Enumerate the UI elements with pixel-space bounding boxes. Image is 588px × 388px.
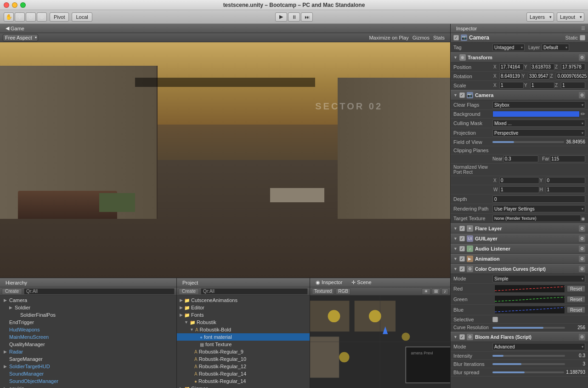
step-button[interactable]: ⏭: [301, 12, 313, 22]
depth-input[interactable]: 0: [492, 195, 585, 203]
move-tool-btn[interactable]: ✛: [15, 12, 25, 22]
transform-gear-btn[interactable]: ⚙: [579, 54, 585, 61]
bloom-intensity-slider[interactable]: [492, 355, 565, 357]
far-input[interactable]: 115: [550, 155, 585, 162]
layers-dropdown[interactable]: Layers: [526, 12, 554, 22]
vp-y-input[interactable]: 0: [546, 177, 586, 184]
culling-mask-dropdown[interactable]: Mixed ...: [492, 120, 585, 127]
bloom-mode-dropdown[interactable]: Advanced: [492, 343, 585, 350]
hierarchy-create-btn[interactable]: Create: [2, 288, 22, 295]
pause-button[interactable]: ⏸: [288, 12, 300, 22]
project-tab[interactable]: Project: [180, 280, 201, 285]
curve-res-slider[interactable]: [492, 327, 565, 329]
camera-section[interactable]: ▼ ✓ 📷 Camera ⚙: [451, 90, 588, 100]
toggle-btn[interactable]: ⊞: [432, 288, 440, 295]
hand-tool-btn[interactable]: ✋: [4, 12, 14, 22]
rotate-tool-btn[interactable]: ↺: [26, 12, 36, 22]
gizmos-btn[interactable]: Gizmos: [413, 35, 430, 40]
list-item[interactable]: ▶ EndTrigger: [0, 319, 176, 326]
near-input[interactable]: 0.3: [503, 155, 539, 162]
pos-z-input[interactable]: 17.97578: [561, 63, 585, 70]
selective-checkbox[interactable]: [492, 317, 498, 322]
vp-x-input[interactable]: 0: [499, 177, 539, 184]
scale-tool-btn[interactable]: ⊕: [37, 12, 47, 22]
list-item[interactable]: ▶ QualityManager: [0, 341, 176, 348]
list-item[interactable]: ▶ SoundObjectManager: [0, 377, 176, 385]
camera-gear-btn[interactable]: ⚙: [579, 92, 585, 98]
inspector-tab[interactable]: Inspector: [453, 26, 480, 31]
list-item[interactable]: ▶ Camera: [0, 297, 176, 304]
green-curve-graph[interactable]: [494, 295, 565, 303]
blue-curve-graph[interactable]: [494, 306, 565, 314]
animation-gear-btn[interactable]: ⚙: [579, 256, 585, 262]
transform-section[interactable]: ▼ ⊕ Transform ⚙: [451, 52, 588, 63]
list-item[interactable]: ▶ ▦ font Texture: [177, 341, 310, 348]
rendering-path-dropdown[interactable]: Use Player Settings: [492, 205, 585, 212]
list-item[interactable]: ▶ 📁 Editor: [177, 304, 310, 311]
rot-z-input[interactable]: 0.0009765625: [556, 73, 588, 80]
list-item[interactable]: ▶ ● font material: [177, 333, 310, 341]
list-item[interactable]: ▼ A Robustik-Bold: [177, 326, 310, 333]
camera-enable-checkbox[interactable]: ✓: [459, 92, 465, 98]
local-btn[interactable]: Local: [72, 12, 92, 22]
red-curve-graph[interactable]: [494, 285, 565, 293]
layer-dropdown[interactable]: Default: [542, 44, 569, 51]
audio-listener-section[interactable]: ▼ ✓ ♪ Audio Listener ⚙: [451, 244, 588, 254]
list-item[interactable]: ▶ 📁 Gizmos: [177, 385, 310, 388]
scale-x-input[interactable]: 1: [499, 82, 524, 89]
list-item[interactable]: ▼ 📁 Robustik: [177, 319, 310, 326]
sound-btn[interactable]: ♪: [441, 288, 448, 295]
inspector-options-btn[interactable]: ☰: [581, 26, 585, 31]
aspect-dropdown[interactable]: Free Aspect: [3, 34, 38, 41]
project-search[interactable]: Qr:All: [201, 288, 308, 295]
sun-btn[interactable]: ☀: [422, 288, 430, 295]
animation-section[interactable]: ▼ ✓ ▶ Animation ⚙: [451, 254, 588, 264]
list-item[interactable]: ▶ SoundManager: [0, 370, 176, 377]
red-reset-btn[interactable]: Reset: [567, 285, 585, 292]
list-item[interactable]: ▶ SargeManager: [0, 355, 176, 363]
green-reset-btn[interactable]: Reset: [567, 296, 585, 302]
list-item[interactable]: ▶ ● Robustik-Regular_14: [177, 377, 310, 385]
scene-mini-tab[interactable]: ✛ Scene: [349, 280, 374, 285]
list-item[interactable]: ▶ A Robustik-Regular_10: [177, 355, 310, 363]
static-checkbox[interactable]: [580, 35, 585, 40]
bloom-enable-checkbox[interactable]: ✓: [459, 334, 465, 340]
vp-w-input[interactable]: 1: [499, 186, 539, 193]
minimize-button[interactable]: [12, 2, 17, 8]
projection-dropdown[interactable]: Perspective: [492, 129, 585, 137]
list-item[interactable]: ▶ aquiris: [0, 385, 176, 388]
bloom-section[interactable]: ▼ ✓ ⚙ Bloom And Flares (Script) ⚙: [451, 332, 588, 342]
rot-y-input[interactable]: 330.9547: [528, 73, 550, 80]
anim-enable-checkbox[interactable]: ✓: [459, 256, 465, 262]
audio-gear-btn[interactable]: ⚙: [579, 245, 585, 252]
gui-enable-checkbox[interactable]: ✓: [459, 236, 465, 241]
rot-x-input[interactable]: 8.649139: [499, 73, 521, 80]
game-tab[interactable]: ◀ Game: [3, 25, 27, 31]
list-item[interactable]: ▶ SoldierFinalPos: [0, 311, 176, 319]
clear-flags-dropdown[interactable]: Skybox: [492, 101, 585, 108]
blur-iter-slider[interactable]: [492, 363, 565, 365]
color-correction-section[interactable]: ▼ ✓ ⚙ Color Correction Curves (Script) ⚙: [451, 264, 588, 274]
list-item[interactable]: ▶ HudWeapons: [0, 326, 176, 333]
close-button[interactable]: [4, 2, 9, 8]
background-color-swatch[interactable]: [492, 111, 580, 117]
gui-layer-section[interactable]: ▼ ✓ UI GUILayer ⚙: [451, 234, 588, 244]
cc-gear-btn[interactable]: ⚙: [579, 266, 585, 272]
flare-gear-btn[interactable]: ⚙: [579, 225, 585, 232]
pivot-btn[interactable]: Pivot: [50, 12, 69, 22]
list-item[interactable]: ▶ 📁 CutsceneAnimations: [177, 297, 310, 304]
list-item[interactable]: ▶ A Robustik-Regular_12: [177, 363, 310, 370]
play-button[interactable]: ▶: [275, 12, 287, 22]
mini-inspector-tab[interactable]: ◉ Inspector: [313, 280, 345, 285]
list-item[interactable]: ▶ 📁 Fonts: [177, 311, 310, 319]
hierarchy-tab[interactable]: Hierarchy: [3, 280, 30, 285]
list-item[interactable]: ▶ Radar: [0, 348, 176, 355]
active-checkbox[interactable]: ✓: [453, 35, 459, 40]
project-create-btn[interactable]: Create: [179, 288, 199, 295]
color-picker-btn[interactable]: ✏: [581, 111, 585, 117]
target-texture-pick-btn[interactable]: ◉: [581, 216, 585, 221]
blue-reset-btn[interactable]: Reset: [567, 307, 585, 313]
scale-y-input[interactable]: 1: [530, 82, 554, 89]
pos-y-input[interactable]: 3.618703: [530, 63, 554, 70]
list-item[interactable]: ▶ A Robustik-Regular_14: [177, 370, 310, 377]
